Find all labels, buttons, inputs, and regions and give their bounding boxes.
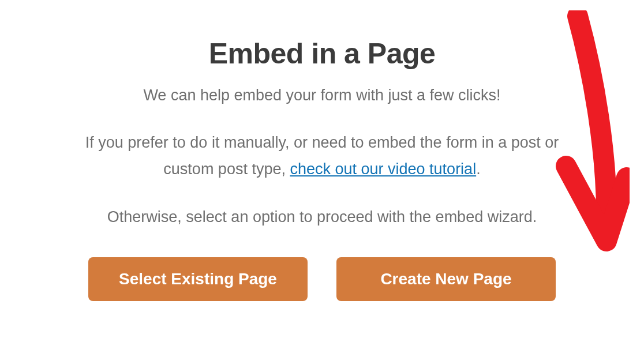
paragraph-suffix: . bbox=[476, 160, 481, 178]
modal-paragraph: If you prefer to do it manually, or need… bbox=[0, 130, 644, 183]
select-existing-page-button[interactable]: Select Existing Page bbox=[88, 257, 308, 301]
modal-title: Embed in a Page bbox=[0, 37, 644, 70]
tutorial-link[interactable]: check out our video tutorial bbox=[290, 160, 476, 178]
modal-subtitle: We can help embed your form with just a … bbox=[0, 87, 644, 104]
create-new-page-button[interactable]: Create New Page bbox=[336, 257, 556, 301]
button-row: Select Existing Page Create New Page bbox=[0, 257, 644, 301]
modal-note: Otherwise, select an option to proceed w… bbox=[0, 208, 644, 226]
embed-modal: Embed in a Page We can help embed your f… bbox=[0, 0, 644, 357]
